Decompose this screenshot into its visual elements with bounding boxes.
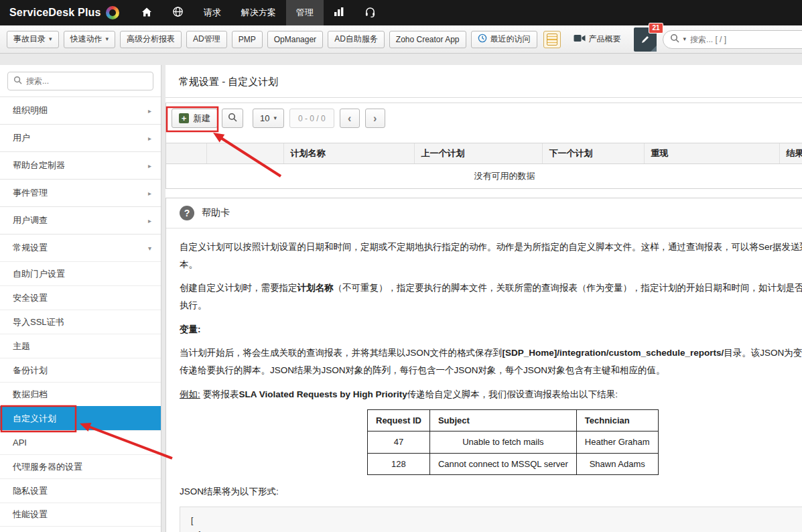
- sidebar-item-users[interactable]: 用户 ▸: [0, 124, 161, 151]
- quickbar-right-cluster: 最近的访问 产品概要 21 ▾ ✦ ✦: [471, 27, 802, 52]
- notification-badge: 21: [649, 23, 663, 34]
- global-search-input[interactable]: [690, 35, 802, 44]
- previous-page-button[interactable]: ‹: [340, 109, 360, 128]
- col-select: [166, 143, 206, 164]
- sidebar-item-general-settings[interactable]: 常规设置 ▾: [0, 234, 161, 261]
- sidebar-search-input[interactable]: [26, 76, 147, 86]
- list-toolbar: + 新建 10 ▾ 0 - 0 / 0 ‹ ›: [166, 103, 802, 133]
- opmanager-button[interactable]: OpManager: [267, 31, 323, 48]
- ad-management-button[interactable]: AD管理: [186, 31, 227, 48]
- col-result[interactable]: 结果: [779, 143, 802, 164]
- nav-admin-label: 管理: [296, 7, 314, 19]
- col-actions: [206, 143, 283, 164]
- ad-selfservice-button[interactable]: AD自助服务: [328, 31, 385, 48]
- nav-reports[interactable]: [324, 0, 354, 25]
- schedules-table: 计划名称 上一个计划 下一个计划 重现 结果 没有可用的数据: [166, 143, 802, 188]
- nav-home[interactable]: [131, 0, 162, 25]
- nav-requests[interactable]: 请求: [194, 0, 231, 25]
- help-paragraph-1: 自定义计划可以按照计划设置的日期和时间，定期或不定期地执行指定的动作。动作是为所…: [180, 239, 802, 274]
- whats-new-button[interactable]: 21: [634, 27, 657, 52]
- chevron-right-icon: ▸: [148, 107, 151, 115]
- help-card-body: 自定义计划可以按照计划设置的日期和时间，定期或不定期地执行指定的动作。动作是为所…: [166, 228, 802, 532]
- nav-solutions-label: 解决方案: [241, 7, 276, 19]
- nav-requests-label: 请求: [204, 7, 221, 19]
- page-size-dropdown[interactable]: 10 ▾: [253, 109, 284, 128]
- caret-down-icon: ▾: [106, 36, 109, 42]
- sidebar-item-theme[interactable]: 主题: [0, 334, 161, 358]
- col-previous-schedule[interactable]: 上一个计划: [414, 143, 542, 164]
- notepad-icon: [547, 34, 557, 46]
- help-card-header: ? 帮助卡: [166, 198, 802, 228]
- schedule-list-panel: + 新建 10 ▾ 0 - 0 / 0 ‹ ›: [165, 103, 802, 189]
- logo-swirl-icon: [106, 6, 119, 19]
- globe-icon: [172, 6, 184, 19]
- caret-down-icon[interactable]: ▾: [683, 36, 687, 42]
- example-table-header-row: Request ID Subject Technician: [368, 410, 659, 431]
- advanced-analytics-button[interactable]: 高级分析报表: [120, 31, 182, 48]
- global-search: ▾: [663, 30, 802, 49]
- caret-down-icon: ▾: [273, 115, 277, 121]
- new-schedule-button[interactable]: + 新建: [172, 109, 218, 128]
- sidebar-item-security-settings[interactable]: 安全设置: [0, 285, 161, 310]
- table-row: 47 Unable to fetch mails Heather Graham: [368, 431, 659, 453]
- top-navigation: 请求 解决方案 管理: [131, 0, 386, 25]
- example-report-table: Request ID Subject Technician 47 Unable …: [367, 409, 659, 475]
- sidebar-item-api[interactable]: API: [0, 430, 161, 454]
- sidebar-item-custom-schedules[interactable]: 自定义计划: [0, 406, 161, 430]
- variables-label: 变量:: [180, 321, 802, 338]
- sidebar-item-proxy-settings[interactable]: 代理服务器的设置: [0, 454, 161, 478]
- product-overview-button[interactable]: 产品概要: [567, 31, 628, 48]
- sidebar-item-organization[interactable]: 组织明细 ▸: [0, 96, 161, 124]
- col-recurrence[interactable]: 重现: [644, 143, 779, 164]
- question-mark-icon: ?: [180, 206, 194, 220]
- plus-icon: +: [179, 113, 189, 123]
- example-col-subject: Subject: [429, 410, 576, 431]
- search-icon: [670, 34, 679, 46]
- empty-data-message: 没有可用的数据: [166, 164, 802, 188]
- sidebar-item-incident-management[interactable]: 事件管理 ▸: [0, 179, 161, 206]
- pencil-icon: [641, 35, 650, 44]
- sidebar-item-user-survey[interactable]: 用户调查 ▸: [0, 206, 161, 234]
- headset-icon: [364, 7, 376, 19]
- clock-icon: [478, 34, 487, 45]
- table-row: 128 Cannot connect to MSSQL server Shawn…: [368, 453, 659, 474]
- sidebar-item-data-archiving[interactable]: 数据归档: [0, 382, 161, 406]
- next-page-button[interactable]: ›: [365, 109, 385, 128]
- topbar: ServiceDesk Plus 请求 解决方案 管理: [0, 0, 802, 25]
- nav-support[interactable]: [354, 0, 386, 25]
- pmp-button[interactable]: PMP: [232, 31, 263, 48]
- home-icon: [141, 7, 152, 19]
- bar-chart-icon: [334, 7, 344, 19]
- sidebar-item-backup-schedule[interactable]: 备份计划: [0, 358, 161, 382]
- zoho-creator-button[interactable]: Zoho Creator App: [389, 31, 466, 48]
- sidebar-item-selfservice-portal[interactable]: 自助门户设置: [0, 261, 161, 285]
- content-area: 组织明细 ▸ 用户 ▸ 帮助台定制器 ▸ 事件管理 ▸ 用户调查 ▸ 常规设置 …: [0, 65, 802, 532]
- notepad-button[interactable]: [543, 31, 561, 48]
- nav-solutions[interactable]: 解决方案: [231, 0, 286, 25]
- col-schedule-name[interactable]: 计划名称: [283, 143, 414, 164]
- servicedesk-admin-page: { "icons": { "caret_down": "▾", "chevron…: [0, 0, 802, 532]
- app-logo[interactable]: ServiceDesk Plus: [9, 6, 119, 19]
- chevron-right-icon: ›: [373, 113, 377, 125]
- pagination-range: 0 - 0 / 0: [289, 109, 334, 128]
- nav-community[interactable]: [162, 0, 194, 25]
- page-title: 常规设置 - 自定义计划: [165, 65, 802, 98]
- incident-catalog-button[interactable]: 事故目录 ▾: [7, 31, 59, 48]
- col-next-schedule[interactable]: 下一个计划: [542, 143, 644, 164]
- sidebar-item-performance-settings[interactable]: 性能设置: [0, 503, 161, 527]
- example-col-technician: Technician: [576, 410, 658, 431]
- help-paragraph-4: 例如: 要将报表SLA Violated Requests by High Pr…: [180, 386, 802, 403]
- sidebar-item-helpdesk-customizer[interactable]: 帮助台定制器 ▸: [0, 151, 161, 179]
- chevron-left-icon: ‹: [348, 113, 351, 125]
- sidebar-item-privacy-settings[interactable]: 隐私设置: [0, 478, 161, 503]
- table-header-row: 计划名称 上一个计划 下一个计划 重现 结果: [166, 143, 802, 164]
- recent-items-button[interactable]: 最近的访问: [471, 31, 537, 48]
- sidebar-item-import-ssl[interactable]: 导入SSL证书: [0, 310, 161, 334]
- chevron-right-icon: ▸: [148, 135, 151, 142]
- nav-admin[interactable]: 管理: [286, 0, 324, 25]
- app-logo-text: ServiceDesk Plus: [9, 7, 101, 19]
- list-search-button[interactable]: [222, 109, 243, 128]
- quick-actions-button[interactable]: 快速动作 ▾: [64, 31, 116, 48]
- help-paragraph-2: 创建自定义计划时，需要指定计划名称（不可重复），指定要执行的脚本文件，关联所需的…: [180, 279, 802, 315]
- help-paragraph-3: 当计划开始后，将会生成关联的查询报表，并将其结果以JSON文件的格式保存到[SD…: [180, 344, 802, 380]
